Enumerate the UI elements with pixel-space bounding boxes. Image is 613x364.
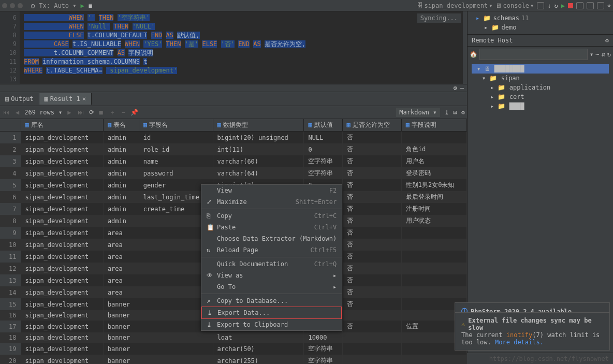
console-selector[interactable]: 🖥 console ▾ [495, 2, 534, 9]
table-row[interactable]: 19sipan_developmentbannerarchar(50)空字符串 [0, 343, 467, 355]
table-row[interactable]: 18sipan_developmentbannerloat10000 [0, 332, 467, 343]
watermark: https://blog.csdn.net/flysnownet [489, 355, 609, 362]
down-icon[interactable]: ↓ [547, 2, 551, 9]
remote-home-icon[interactable]: 🏠 [470, 51, 477, 58]
next-page-icon[interactable]: ▶ [66, 109, 72, 116]
menu-copy-to-database-[interactable]: ↗Copy to Database... [201, 295, 342, 307]
menu-export-data-[interactable]: ⤓Export Data... [201, 307, 342, 319]
table-row[interactable]: 2sipan_developmentadminrole_idint(11)0否角… [0, 143, 467, 155]
remote-node-sipan[interactable]: ▾ 📁 sipan [472, 74, 609, 83]
menu-go-to[interactable]: Go To▸ [201, 281, 342, 293]
syncing-label: Syncing... [417, 13, 461, 23]
minimize-icon[interactable]: — [460, 84, 464, 92]
remove-row-icon[interactable]: − [121, 109, 126, 116]
table-row[interactable]: 1sipan_developmentadminidbigint(20) unsi… [0, 132, 467, 144]
menu-paste[interactable]: 📋PasteCtrl+V [201, 222, 342, 233]
first-page-icon[interactable]: ⏮ [2, 109, 10, 116]
menu-view[interactable]: ViewF2 [201, 185, 342, 196]
extractor-selector[interactable]: Markdown ▾ [396, 108, 440, 117]
download-icon[interactable]: ⤓ [444, 109, 449, 116]
remote-node-cert[interactable]: ▸ 📁 cert [472, 92, 609, 101]
col-表名[interactable]: ▦表名 [103, 119, 139, 132]
refresh-icon[interactable]: ↻ [554, 2, 558, 9]
pin-icon[interactable]: 📌 [130, 109, 138, 116]
remote-node-more[interactable]: ▸ 📁 ████ [472, 101, 609, 111]
menu-view-as[interactable]: 👁View as▸ [201, 270, 342, 281]
remote-root[interactable]: ▾ 🖥 ████████ [472, 64, 609, 74]
tree-demo[interactable]: ▸ 📁 demo [470, 23, 611, 32]
table-row[interactable]: 4sipan_developmentadminpasswordvarchar(6… [0, 167, 467, 179]
tab-result[interactable]: ▦ Result 1 × [39, 93, 92, 105]
prev-page-icon[interactable]: ◀ [14, 109, 20, 116]
menu-export-to-clipboard[interactable]: ⤓Export to Clipboard [201, 319, 342, 330]
col-字段说明[interactable]: ▦字段说明 [401, 119, 466, 132]
tool-icon-1[interactable] [576, 2, 583, 9]
col-数据类型[interactable]: ▦数据类型 [213, 119, 304, 132]
list-icon[interactable]: ≣ [89, 2, 92, 9]
menu-maximize[interactable]: ⤢MaximizeShift+Enter [201, 196, 342, 208]
warning-notification[interactable]: ⚠External file changes sync may be slow … [455, 312, 610, 351]
play-run-icon[interactable]: ▶ [561, 2, 565, 9]
table-row[interactable]: 20sipan_developmentbannerarchar(255)空字符串 [0, 355, 467, 364]
rows-label[interactable]: 269 rows [24, 109, 54, 116]
details-link[interactable]: More details. [495, 339, 544, 346]
add-row-icon[interactable]: ＋ [108, 108, 116, 117]
add-icon[interactable] [537, 2, 544, 9]
context-menu[interactable]: ViewF2⤢MaximizeShift+Enter⎘CopyCtrl+C📋Pa… [201, 184, 342, 331]
tree-schemas[interactable]: ▸ 📁 schemas 11 [470, 13, 611, 23]
clock-icon: ◷ [31, 2, 35, 9]
remote-host-title: Remote Host [472, 37, 513, 44]
tool-icon-3[interactable] [597, 2, 604, 9]
remote-opts-icon[interactable]: ⋯ [595, 51, 599, 58]
play-icon[interactable]: ▶ [81, 2, 84, 9]
table-row[interactable]: 3sipan_developmentadminnamevarchar(60)空字… [0, 155, 467, 167]
remote-host-input[interactable] [479, 49, 588, 60]
minimap[interactable] [463, 11, 467, 84]
menu-copy[interactable]: ⎘CopyCtrl+C [201, 210, 342, 222]
remote-node-application[interactable]: ▸ 📁 application [472, 83, 609, 92]
tab-output[interactable]: ▤ Output [0, 93, 39, 105]
stop-icon: ■ [98, 109, 104, 116]
menu-quick-documentation[interactable]: Quick DocumentationCtrl+Q [201, 258, 342, 270]
warn-icon: ⚠ [461, 321, 465, 328]
tool-icon-2[interactable] [587, 2, 594, 9]
tx-value[interactable]: Auto [54, 2, 69, 9]
funnel-icon[interactable]: ⌖ [607, 2, 611, 9]
menu-choose-data-extractor-markdown-[interactable]: Choose Data Extractor (Markdown) [201, 233, 342, 244]
col-默认值[interactable]: ▦默认值 [304, 119, 342, 132]
db-selector[interactable]: 🗄 sipan_development ▾ [417, 2, 492, 9]
reload-icon[interactable]: ⟳ [89, 109, 94, 116]
gear-icon[interactable]: ⚙ [454, 84, 457, 92]
last-page-icon[interactable]: ⏭ [77, 109, 85, 116]
col-字段名[interactable]: ▦字段名 [139, 119, 213, 132]
stop-icon[interactable] [568, 3, 573, 8]
export-icon[interactable]: ⊡ [454, 109, 457, 116]
remote-refresh-icon[interactable]: ↻ [607, 51, 611, 58]
remote-gear-icon[interactable]: ⚙ [605, 37, 609, 44]
remote-collapse-icon[interactable]: ⇵ [602, 51, 605, 58]
col-是否允许为空[interactable]: ▦是否允许为空 [342, 119, 401, 132]
settings-icon[interactable]: ⚙ [461, 109, 465, 116]
menu-reload-page[interactable]: ↻Reload PageCtrl+F5 [201, 244, 342, 256]
tx-label: Tx: [39, 2, 50, 9]
col-库名[interactable]: ▦库名 [21, 119, 103, 132]
